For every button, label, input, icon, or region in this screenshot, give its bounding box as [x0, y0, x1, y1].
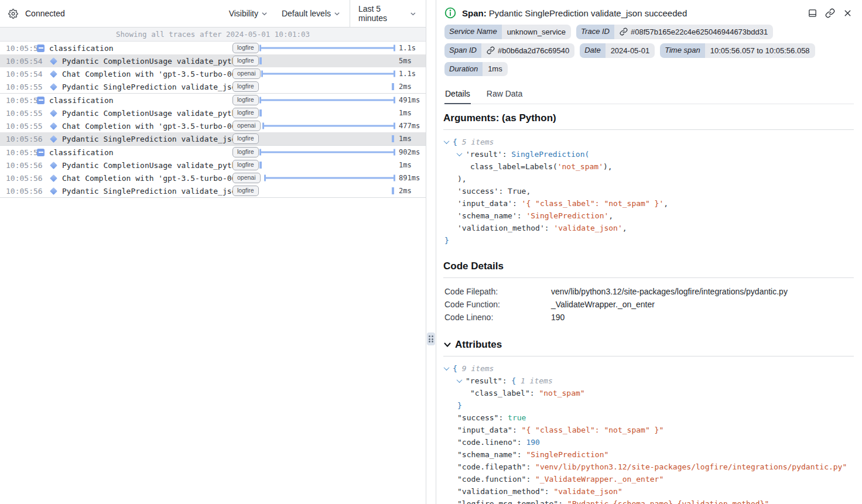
duration-label: 1.1s — [395, 70, 426, 78]
duration-bar-track — [259, 42, 395, 54]
default-levels-dropdown[interactable]: Default levels — [282, 9, 340, 18]
tab-raw-data[interactable]: Raw Data — [486, 85, 523, 104]
chevron-down-icon — [261, 11, 268, 17]
drag-handle-icon[interactable] — [427, 332, 435, 345]
code-line: "code.lineno": 190 — [444, 436, 854, 448]
code-line: "input_data": "{ "class_label": "not_spa… — [444, 424, 854, 436]
duration-bar-track — [259, 146, 395, 159]
code-details-rows: Code Filepath:venv/lib/python3.12/site-p… — [443, 283, 854, 330]
time-range-select[interactable]: Last 5 minutes — [350, 0, 426, 27]
span-title-text: Pydantic SinglePrediction validate_json … — [489, 8, 687, 18]
trace-row[interactable]: 10:05:55 Pydantic CompletionUsage valida… — [0, 107, 426, 119]
detail-tabs: Details Raw Data — [443, 82, 854, 104]
trace-row[interactable]: 10:05:55 classification logfire 491ms — [0, 94, 426, 107]
code-function-value: _ValidateWrapper._on_enter — [551, 298, 854, 311]
meta-badge-label: Trace ID — [576, 25, 614, 39]
trace-row[interactable]: 10:05:56 Pydantic CompletionUsage valida… — [0, 159, 426, 172]
trace-group: 10:05:56 classification logfire 902ms 10… — [0, 146, 426, 198]
link-icon[interactable] — [620, 28, 628, 36]
diamond-icon[interactable] — [50, 57, 57, 65]
duration-bar-track — [259, 80, 395, 93]
chevron-down-icon[interactable] — [457, 377, 463, 383]
trace-timestamp: 10:05:54 — [0, 44, 36, 53]
code-line: "class_label": "not_spam" — [444, 387, 854, 399]
close-icon[interactable] — [843, 8, 853, 18]
diamond-icon[interactable] — [50, 109, 57, 117]
attributes-code-block: { 9 items"result": { 1 items"class_label… — [443, 361, 854, 504]
code-line: "code.filepath": "venv/lib/python3.12/si… — [444, 461, 854, 473]
duration-bar — [262, 125, 395, 127]
code-lineno-value: 190 — [551, 311, 854, 324]
meta-badge: Date 2024-05-01 — [580, 43, 655, 58]
gear-icon[interactable] — [8, 9, 18, 19]
duration-bar — [259, 100, 395, 101]
link-icon[interactable] — [487, 46, 495, 54]
visibility-label: Visibility — [229, 9, 258, 18]
time-range-value: Last 5 minutes — [358, 4, 410, 23]
code-line: "schema_name": "SinglePrediction" — [444, 448, 854, 461]
diamond-icon[interactable] — [50, 162, 57, 169]
trace-row[interactable]: 10:05:54 classification logfire 1.1s — [0, 42, 426, 54]
scope-badge: logfire — [232, 133, 259, 144]
duration-bar — [392, 135, 394, 142]
trace-row[interactable]: 10:05:56 Pydantic SinglePrediction valid… — [0, 132, 426, 145]
duration-bar — [261, 73, 395, 75]
tab-details[interactable]: Details — [444, 85, 471, 104]
diamond-icon[interactable] — [50, 122, 57, 130]
collapse-minus-icon[interactable] — [37, 97, 45, 104]
chevron-down-icon[interactable] — [444, 365, 450, 371]
code-line: "result": { 1 items — [444, 375, 854, 387]
trace-row[interactable]: 10:05:56 classification logfire 902ms — [0, 146, 426, 159]
trace-group: 10:05:55 classification logfire 491ms 10… — [0, 94, 426, 146]
trace-row[interactable]: 10:05:56 Pydantic SinglePrediction valid… — [0, 184, 426, 197]
trace-name: Chat Completion with 'gpt-3.5-turbo-061 — [62, 122, 232, 131]
trace-row[interactable]: 10:05:55 Chat Completion with 'gpt-3.5-t… — [0, 119, 426, 132]
collapse-minus-icon[interactable] — [37, 149, 45, 156]
duration-label: 1ms — [395, 161, 426, 169]
code-line: "logfire.msg_template": "Pydantic {schem… — [444, 498, 854, 504]
trace-list-panel: Connected Visibility Default levels Last… — [0, 0, 426, 504]
duration-bar-track — [259, 94, 395, 107]
trace-name: classification — [49, 96, 114, 105]
duration-label: 477ms — [395, 122, 426, 130]
panel-divider — [426, 0, 436, 504]
code-function-label: Code Function: — [444, 298, 551, 311]
meta-badge-value: #b0b6da2d76c69540 — [498, 47, 569, 54]
duration-label: 2ms — [395, 83, 426, 91]
code-function-row: Code Function:_ValidateWrapper._on_enter — [444, 298, 854, 311]
code-line: 'validation_method': 'validate_json', — [444, 222, 854, 234]
duration-label: 5ms — [395, 57, 426, 65]
scope-badge: logfire — [232, 43, 259, 53]
meta-badge-label: Date — [580, 43, 605, 58]
chevron-down-icon[interactable] — [457, 150, 463, 156]
trace-row[interactable]: 10:05:54 Chat Completion with 'gpt-3.5-t… — [0, 67, 426, 80]
diamond-icon[interactable] — [50, 70, 57, 78]
dock-panel-icon[interactable] — [808, 8, 817, 18]
duration-bar — [259, 162, 262, 169]
chevron-down-icon[interactable] — [443, 341, 451, 349]
diamond-icon[interactable] — [50, 174, 57, 182]
trace-row[interactable]: 10:05:54 Pydantic CompletionUsage valida… — [0, 54, 426, 67]
chevron-down-icon — [410, 11, 416, 17]
scope-badge: logfire — [232, 56, 259, 66]
meta-badge-value: #08f57b165e22c4e625046944673bdd31 — [631, 28, 768, 36]
attributes-heading-text: Attributes — [455, 339, 502, 351]
scope-badge: logfire — [232, 186, 259, 196]
meta-badge: Trace ID #08f57b165e22c4e625046944673bdd… — [576, 25, 773, 39]
diamond-icon[interactable] — [50, 135, 57, 143]
collapse-minus-icon[interactable] — [37, 44, 45, 52]
duration-label: 491ms — [395, 96, 426, 104]
chevron-down-icon[interactable] — [444, 138, 450, 144]
scope-badge: logfire — [232, 95, 259, 105]
visibility-dropdown[interactable]: Visibility — [229, 9, 268, 18]
code-line: 'schema_name': 'SinglePrediction', — [444, 210, 854, 222]
trace-row[interactable]: 10:05:55 Pydantic SinglePrediction valid… — [0, 80, 426, 93]
trace-group: 10:05:54 classification logfire 1.1s 10:… — [0, 42, 426, 94]
diamond-icon[interactable] — [50, 187, 57, 195]
code-line: { 5 items — [444, 136, 854, 148]
link-icon[interactable] — [825, 8, 835, 18]
diamond-icon[interactable] — [50, 83, 57, 91]
trace-name: Pydantic SinglePrediction validate_json — [62, 135, 232, 143]
trace-row[interactable]: 10:05:56 Chat Completion with 'gpt-3.5-t… — [0, 172, 426, 184]
trace-name: classification — [49, 148, 114, 157]
